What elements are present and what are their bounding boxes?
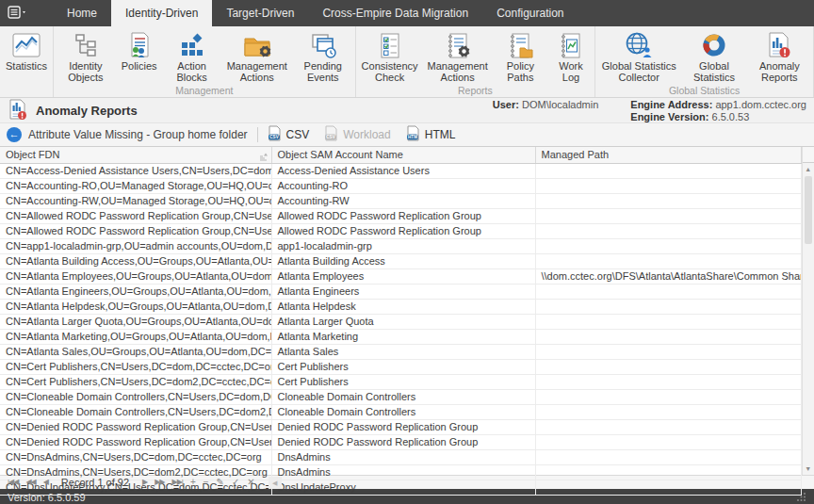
statistics-button[interactable]: Statistics	[1, 29, 52, 73]
table-row[interactable]: CN=Denied RODC Password Replication Grou…	[0, 419, 801, 434]
cancel-edit-button[interactable]: ✕	[243, 476, 258, 489]
managed-path-cell	[535, 238, 801, 253]
engine-info: User: DOM\localadmin Engine Address: app…	[493, 97, 814, 123]
sam-account-name-cell: Accounting-RO	[271, 178, 535, 193]
sam-account-name-cell: Access-Denied Assistance Users	[271, 163, 535, 178]
next-record-button[interactable]: ▶	[138, 476, 151, 489]
hscroll-left-arrow-icon[interactable]: ◀	[269, 477, 282, 489]
table-row[interactable]: CN=Atlanta Larger Quota,OU=Groups,OU=Atl…	[0, 314, 801, 329]
policies-button[interactable]: Policies	[117, 29, 162, 73]
workload-file-icon: CSV	[324, 125, 338, 144]
table-row[interactable]: CN=Atlanta Employees,OU=Groups,OU=Atlant…	[0, 268, 801, 284]
sam-account-name-cell: Cert Publishers	[271, 374, 535, 389]
scrollbar-thumb[interactable]	[805, 176, 813, 244]
table-row[interactable]: CN=Allowed RODC Password Replication Gro…	[0, 208, 801, 223]
table-row[interactable]: CN=Allowed RODC Password Replication Gro…	[0, 223, 801, 238]
sam-account-name-cell: Atlanta Building Access	[271, 253, 535, 268]
export-html-button[interactable]: HTM HTML	[406, 125, 456, 144]
record-count-label: Record 1 of 92	[61, 477, 129, 488]
sam-account-name-cell: Atlanta Marketing	[271, 329, 535, 344]
tab-configuration[interactable]: Configuration	[482, 0, 578, 26]
ribbon-button-label: Policies	[122, 60, 157, 72]
managed-path-cell: \\dom.cctec.org\DFS\Atlanta\AtlantaShare…	[535, 268, 801, 284]
export-csv-button[interactable]: CSV CSV	[268, 125, 310, 144]
identity-objects-icon	[73, 30, 98, 60]
object-fdn-cell: CN=DnsAdmins,CN=Users,DC=dom,DC=cctec,DC…	[0, 449, 271, 464]
table-row[interactable]: CN=DnsAdmins,CN=Users,DC=dom,DC=cctec,DC…	[0, 449, 801, 464]
table-row[interactable]: CN=Atlanta Marketing,OU=Groups,OU=Atlant…	[0, 329, 801, 344]
table-row[interactable]: CN=Atlanta Engineers,OU=Groups,OU=Atlant…	[0, 284, 801, 299]
pending-events-button[interactable]: Pending Events	[292, 29, 354, 84]
ribbon: Statistics Identity Objects	[0, 26, 814, 98]
object-fdn-cell: CN=Denied RODC Password Replication Grou…	[0, 434, 271, 449]
table-row[interactable]: CN=Accounting-RO,OU=Managed Storage,OU=H…	[0, 178, 801, 193]
sam-account-name-cell: Atlanta Engineers	[271, 284, 535, 299]
table-body: CN=Access-Denied Assistance Users,CN=Use…	[0, 163, 801, 495]
ribbon-group-reports: Consistency Check Management Actions	[356, 26, 595, 97]
table-row[interactable]: CN=Atlanta Building Access,OU=Groups,OU=…	[0, 253, 801, 268]
object-fdn-cell: CN=Allowed RODC Password Replication Gro…	[0, 223, 271, 238]
tab-identity-driven[interactable]: Identity-Driven	[111, 0, 212, 26]
table-row[interactable]: CN=Atlanta Helpdesk,OU=Groups,OU=Atlanta…	[0, 299, 801, 314]
work-log-button[interactable]: Work Log	[548, 29, 594, 84]
table-row[interactable]: CN=Atlanta Sales,OU=Groups,OU=Atlanta,OU…	[0, 344, 801, 359]
app-menu-icon	[8, 6, 28, 21]
table-row[interactable]: CN=app1-localadmin-grp,OU=admin accounts…	[0, 238, 801, 253]
prior-page-button[interactable]: ◀◀	[22, 476, 39, 489]
policies-icon	[127, 30, 152, 60]
managed-path-cell	[535, 359, 801, 374]
edit-record-button[interactable]: ✎	[213, 476, 228, 489]
append-record-button[interactable]: +	[187, 476, 200, 489]
application-menu-button[interactable]	[0, 0, 36, 26]
scrollbar-track[interactable]	[803, 245, 814, 463]
post-edit-button[interactable]: ✓	[228, 476, 243, 489]
resize-grip-icon[interactable]	[797, 492, 806, 503]
managed-path-cell	[535, 374, 801, 389]
table-row[interactable]: CN=Cloneable Domain Controllers,CN=Users…	[0, 404, 801, 419]
consistency-check-button[interactable]: Consistency Check	[357, 29, 423, 84]
table-row[interactable]: CN=Accounting-RW,OU=Managed Storage,OU=H…	[0, 193, 801, 208]
object-fdn-cell: CN=Atlanta Engineers,OU=Groups,OU=Atlant…	[0, 284, 271, 299]
managed-path-cell	[535, 178, 801, 193]
table-row[interactable]: CN=Cloneable Domain Controllers,CN=Users…	[0, 389, 801, 404]
back-button[interactable]: ← Attribute Value Missing - Group home f…	[7, 127, 248, 142]
managed-path-cell	[535, 449, 801, 464]
ribbon-button-label: Policy Paths	[497, 60, 544, 83]
tab-cross-empire-data-migration[interactable]: Cross-Empire Data Migration	[308, 0, 482, 26]
last-record-button[interactable]: ▶▶|	[168, 476, 186, 489]
table-row[interactable]: CN=Denied RODC Password Replication Grou…	[0, 434, 801, 449]
anomaly-reports-button[interactable]: Anomaly Reports	[747, 29, 812, 84]
vertical-scrollbar[interactable]: ▲ ▼	[802, 147, 814, 475]
column-header-object-fdn[interactable]: Object FDN	[0, 147, 271, 163]
table-row[interactable]: CN=Access-Denied Assistance Users,CN=Use…	[0, 163, 801, 178]
export-workload-button[interactable]: CSV Workload	[324, 125, 390, 144]
csv-file-icon: CSV	[268, 125, 282, 144]
prior-record-button[interactable]: ◀	[40, 476, 52, 489]
next-page-button[interactable]: ▶▶	[151, 476, 168, 489]
tab-home[interactable]: Home	[53, 0, 111, 26]
column-header-object-sam-account-name[interactable]: Object SAM Account Name	[271, 147, 535, 163]
sam-account-name-cell: Accounting-RW	[271, 193, 535, 208]
report-toolbar: ← Attribute Value Missing - Group home f…	[0, 123, 814, 147]
policy-paths-button[interactable]: Policy Paths	[493, 29, 548, 84]
identity-objects-button[interactable]: Identity Objects	[55, 29, 117, 84]
managed-path-cell	[535, 344, 801, 359]
column-header-managed-path[interactable]: Managed Path	[535, 147, 801, 163]
scroll-up-arrow-icon[interactable]: ▲	[803, 163, 814, 175]
action-blocks-button[interactable]: Action Blocks	[162, 29, 222, 84]
management-actions-report-button[interactable]: Management Actions	[423, 29, 493, 84]
management-actions-button[interactable]: Management Actions	[222, 29, 292, 84]
object-fdn-cell: CN=app1-localadmin-grp,OU=admin accounts…	[0, 238, 271, 253]
table-row[interactable]: CN=Cert Publishers,CN=Users,DC=dom2,DC=c…	[0, 374, 801, 389]
scroll-down-arrow-icon[interactable]: ▼	[803, 463, 814, 475]
ribbon-button-label: Global Statistics	[686, 60, 741, 83]
delete-record-button[interactable]: −	[200, 476, 213, 489]
ribbon-group-label: Global Statistics	[596, 85, 812, 97]
first-record-button[interactable]: |◀◀	[4, 476, 22, 489]
tab-target-driven[interactable]: Target-Driven	[212, 0, 308, 26]
table-row[interactable]: CN=Cert Publishers,CN=Users,DC=dom,DC=cc…	[0, 359, 801, 374]
ribbon-button-label: Management Actions	[227, 60, 287, 83]
global-statistics-button[interactable]: Global Statistics	[681, 29, 746, 84]
global-statistics-collector-button[interactable]: Global Statistics Collector	[596, 29, 681, 84]
managed-path-cell	[535, 208, 801, 223]
